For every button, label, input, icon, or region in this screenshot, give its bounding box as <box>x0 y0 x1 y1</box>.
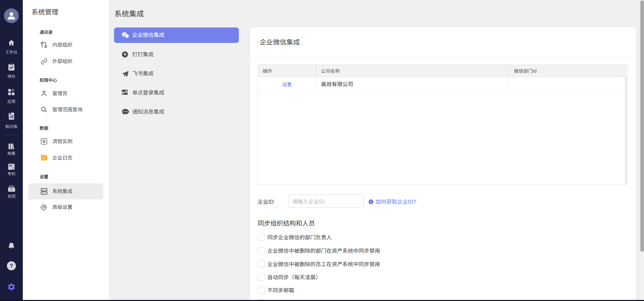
svg-text:?: ? <box>10 263 13 269</box>
svg-text:AI: AI <box>10 114 13 118</box>
